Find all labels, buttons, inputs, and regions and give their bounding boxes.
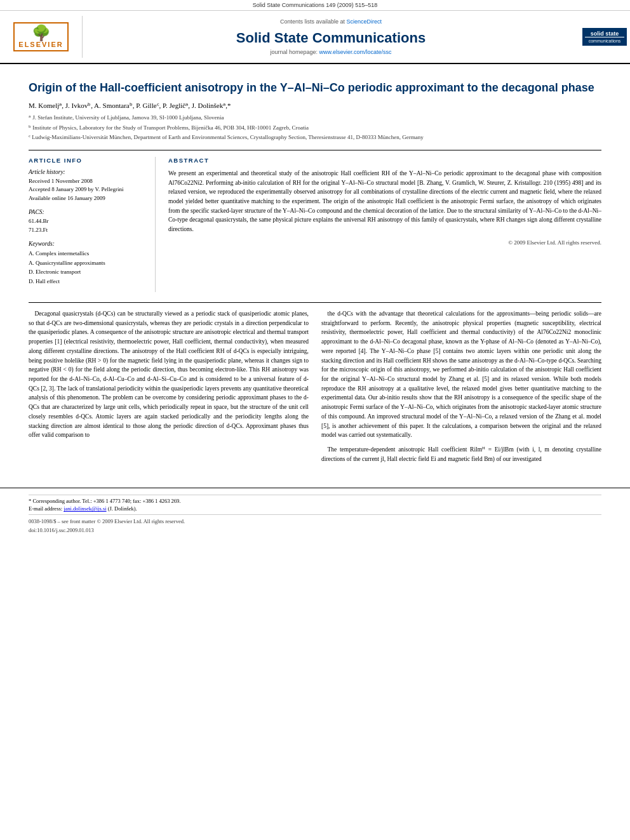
corresponding-author-note: * Corresponding author. Tel.: +386 1 477… [29,498,601,504]
affil-c: ᶜ Ludwig-Maximilians-Universität München… [29,133,601,142]
journal-url[interactable]: www.elsevier.com/locate/ssc [319,49,392,55]
abstract-heading: ABSTRACT [168,157,601,164]
article-history: Article history: Received 1 November 200… [29,169,146,203]
article-body: Origin of the Hall-coefficient anisotrop… [0,64,630,481]
sciencedirect-link[interactable]: ScienceDirect [347,18,382,25]
footnote-section: * Corresponding author. Tel.: +386 1 477… [29,495,601,512]
available-date: Available online 16 January 2009 [29,194,146,203]
abstract-text: We present an experimental and theoretic… [168,169,601,234]
keywords-list: A. Complex intermetallics A. Quasicrysta… [29,249,146,286]
body-col-left: Decagonal quasicrystals (d-QCs) can be s… [29,309,309,469]
ssc-logo-box: solid state communications [582,28,627,46]
received-date: Received 1 November 2008 [29,177,146,186]
body-col-right: the d-QCs with the advantage that theore… [321,309,601,469]
email-note: E-mail address: jani.dolinsek@ijs.si (J.… [29,505,601,512]
sciencedirect-notice: Contents lists available at ScienceDirec… [280,18,382,25]
page-footer: * Corresponding author. Tel.: +386 1 477… [0,488,630,538]
pacs-section: PACS: 61.44.Br 71.23.Ft [29,209,146,234]
journal-thumbnail: solid state communications [579,16,630,58]
elsevier-logo: 🌳 ELSEVIER [13,22,68,51]
affiliations: ᵃ J. Stefan Institute, University of Lju… [29,114,601,142]
elsevier-logo-area: 🌳 ELSEVIER [0,16,83,58]
authors-line: M. Komeljᵃ, J. Ivkovᵇ, A. Smontaraᵇ, P. … [29,102,601,110]
history-label: Article history: [29,169,146,175]
article-title: Origin of the Hall-coefficient anisotrop… [29,81,601,95]
journal-header-center: Contents lists available at ScienceDirec… [83,16,579,58]
copyright-notice: © 2009 Elsevier Ltd. All rights reserved… [168,239,601,246]
footer-issn: 0038-1098/$ – see front matter © 2009 El… [29,517,601,535]
abstract-panel: ABSTRACT We present an experimental and … [168,157,601,292]
keyword-4: D. Hall effect [29,277,146,286]
elsevier-wordmark: ELSEVIER [18,41,63,48]
page-header: 🌳 ELSEVIER Contents lists available at S… [0,11,630,64]
footer-divider [29,514,601,515]
journal-homepage: journal homepage: www.elsevier.com/locat… [270,49,391,55]
keyword-3: D. Electronic transport [29,267,146,276]
body-para-3: The temperature-dependent anisotropic Ha… [321,445,601,463]
affil-b: ᵇ Institute of Physics, Laboratory for t… [29,124,601,133]
journal-citation: Solid State Communications 149 (2009) 51… [253,2,378,8]
keyword-1: A. Complex intermetallics [29,249,146,258]
tree-icon: 🌳 [32,25,51,41]
keywords-label: Keywords: [29,241,146,247]
pacs-1: 61.44.Br [29,217,146,226]
journal-bar: Solid State Communications 149 (2009) 51… [0,0,630,11]
pacs-2: 71.23.Ft [29,226,146,235]
email-link[interactable]: jani.dolinsek@ijs.si [64,505,106,512]
pacs-label: PACS: [29,209,146,215]
body-columns: Decagonal quasicrystals (d-QCs) can be s… [29,302,601,469]
body-para-1: Decagonal quasicrystals (d-QCs) can be s… [29,309,309,440]
keywords-section: Keywords: A. Complex intermetallics A. Q… [29,241,146,286]
body-para-2: the d-QCs with the advantage that theore… [321,309,601,440]
affil-a: ᵃ J. Stefan Institute, University of Lju… [29,114,601,123]
keyword-2: A. Quasicrystalline approximants [29,258,146,267]
article-info-heading: ARTICLE INFO [29,157,146,164]
journal-title: Solid State Communications [236,30,426,46]
article-info-panel: ARTICLE INFO Article history: Received 1… [29,157,156,292]
info-abstract-section: ARTICLE INFO Article history: Received 1… [29,150,601,292]
accepted-date: Accepted 8 January 2009 by V. Pellegrini [29,185,146,194]
